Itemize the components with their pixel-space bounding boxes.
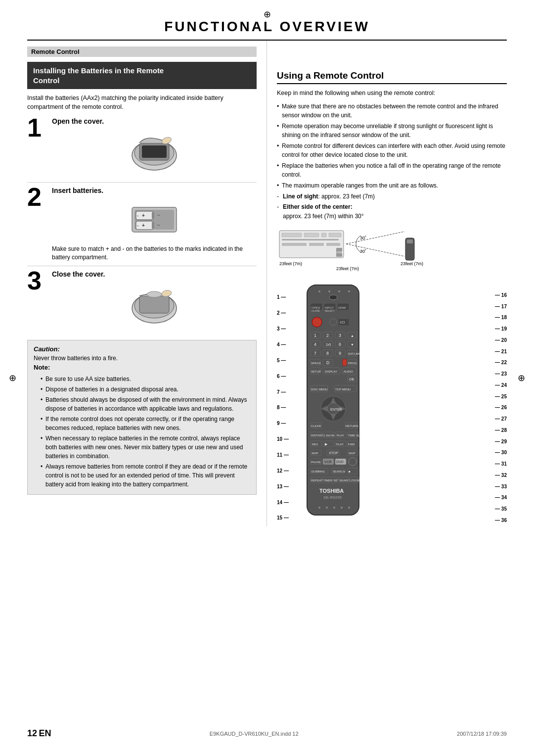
right-col-top: Using a Remote Control Keep in mind the …: [277, 70, 507, 526]
installing-heading: Installing the Batteries in the Remote C…: [27, 62, 257, 89]
svg-rect-27: [329, 233, 341, 237]
svg-point-143: [349, 458, 356, 466]
svg-line-37: [346, 244, 404, 256]
svg-text:DISC MENU: DISC MENU: [311, 388, 328, 391]
note-list: Be sure to use AA size batteries. Dispos…: [34, 375, 250, 489]
left-column: Remote Control Installing the Batteries …: [27, 41, 267, 526]
caution-text: Never throw batteries into a fire.: [34, 354, 250, 363]
svg-text:INSTANT: INSTANT: [311, 434, 324, 437]
step-3-content: Close the cover.: [52, 270, 257, 331]
svg-text:~: ~: [157, 222, 160, 229]
svg-point-58: [330, 319, 337, 326]
page-number: 12: [27, 728, 37, 738]
svg-text:ENTER: ENTER: [330, 408, 342, 411]
rc-diagram-wrapper: 1 — 2 — 3 — 4 — 5 — 6 — 7 — 8 — 9 — 10 —…: [277, 283, 507, 526]
svg-text:-: -: [137, 223, 138, 228]
svg-text:I/O: I/O: [340, 320, 345, 325]
svg-rect-97: [343, 359, 347, 366]
svg-text:~: ~: [157, 212, 160, 219]
step-1-number: 1: [27, 115, 47, 141]
svg-point-46: [338, 290, 340, 292]
angle-text: approx. 23 feet (7m) within 30°: [283, 213, 507, 220]
svg-text:VCR: VCR: [324, 460, 332, 464]
step-2-title: Insert batteries.: [52, 187, 257, 194]
using-intro: Keep in mind the following when using th…: [277, 89, 507, 98]
step-3-image: [122, 281, 186, 328]
caution-box: Caution: Never throw batteries into a fi…: [27, 340, 257, 495]
svg-text:+: +: [142, 223, 145, 228]
svg-text:SAT.LNK: SAT.LNK: [348, 352, 360, 355]
svg-text:SELECT: SELECT: [325, 309, 334, 312]
rc-label-r20: — 20: [495, 338, 507, 343]
rc-label-l12: 12 —: [277, 469, 289, 473]
svg-rect-3: [142, 145, 167, 158]
bullet-5: The maximum operable ranges from the uni…: [277, 181, 507, 190]
svg-text:SE-R0295: SE-R0295: [323, 495, 342, 500]
svg-text:RETURN: RETURN: [346, 425, 358, 427]
svg-text:2: 2: [326, 333, 329, 338]
rc-labels-left: 1 — 2 — 3 — 4 — 5 — 6 — 7 — 8 — 9 — 10 —…: [277, 283, 290, 526]
note-item-4: If the remote control does not operate c…: [41, 415, 250, 432]
rc-label-l15: 15 —: [277, 516, 289, 520]
note-item-6: Always remove batteries from remote cont…: [41, 462, 250, 489]
rc-label-r28: — 28: [495, 428, 507, 433]
rc-label-l2: 2 —: [277, 311, 289, 316]
rc-label-r26: — 26: [495, 405, 507, 410]
bullet-3: Remote control for different devices can…: [277, 142, 507, 159]
rc-label-l10: 10 —: [277, 437, 289, 442]
rc-label-l7: 7 —: [277, 390, 289, 395]
step-2-image: + - + - ~ ~: [122, 197, 186, 242]
svg-point-161: [326, 507, 328, 509]
step-2-note: Make sure to match + and - on the batter…: [52, 245, 257, 262]
svg-rect-30: [309, 243, 324, 246]
step-1-content: Open the cover.: [52, 117, 257, 178]
rc-label-l11: 11 —: [277, 453, 289, 458]
rc-label-l5: 5 —: [277, 358, 289, 363]
rc-label-r33: — 33: [495, 484, 507, 489]
page-title-bar: FUNCTIONAL OVERVIEW: [27, 0, 507, 41]
page-suffix: EN: [39, 728, 51, 738]
step-1-title: Open the cover.: [52, 117, 257, 125]
svg-rect-28: [282, 239, 339, 240]
svg-text:REV: REV: [312, 443, 318, 446]
svg-text:SKIP: SKIP: [349, 452, 356, 455]
svg-text:+: +: [142, 213, 145, 218]
svg-text:HDMI: HDMI: [337, 251, 343, 254]
rc-center: OPEN CLOSE INPUT SELECT HDMI I/O: [292, 283, 491, 526]
svg-text:AUDIO: AUDIO: [344, 370, 353, 373]
signal-diagram: HDMI 30˚ 30˚ 23feet (7m): [277, 226, 507, 277]
bullet-2: Remote operation may become unreliable i…: [277, 122, 507, 140]
rc-label-r17: — 17: [495, 304, 507, 309]
svg-text:1.3x0.8x: 1.3x0.8x: [323, 434, 335, 437]
svg-text:23feet (7m): 23feet (7m): [336, 266, 359, 271]
range-item-2: Either side of the center:: [277, 202, 507, 211]
rc-label-r29: — 29: [495, 439, 507, 444]
rc-label-r35: — 35: [495, 507, 507, 512]
svg-text:TOSHIBA: TOSHIBA: [319, 488, 344, 494]
rc-label-r27: — 27: [495, 417, 507, 422]
rc-label-l14: 14 —: [277, 500, 289, 505]
installing-heading-line1: Installing the Batteries in the Remote: [33, 66, 164, 75]
note-title: Note:: [34, 363, 250, 373]
section-label: Remote Control: [27, 47, 257, 57]
svg-text:PLAY: PLAY: [337, 434, 344, 437]
svg-point-48: [329, 295, 337, 300]
svg-text:9: 9: [339, 351, 341, 356]
svg-text:SPACE: SPACE: [311, 362, 321, 365]
rc-label-r19: — 19: [495, 327, 507, 331]
bullet-4: Replace the batteries when you notice a …: [277, 161, 507, 179]
svg-text:SETUP: SETUP: [311, 370, 321, 373]
svg-text:30˚: 30˚: [360, 249, 366, 254]
svg-point-44: [318, 290, 320, 292]
rc-labels-right: — 16 — 17 — 18 — 19 — 20 — 21 — 22 — 23 …: [493, 283, 507, 526]
svg-text:TIMER SET: TIMER SET: [323, 479, 339, 482]
range-list: Line of sight: approx. 23 feet (7m) Eith…: [277, 192, 507, 211]
svg-text:TIME SLIP: TIME SLIP: [348, 434, 362, 437]
range-item-1: Line of sight: approx. 23 feet (7m): [277, 192, 507, 201]
note-item-3: Batteries should always be disposed of w…: [41, 395, 250, 413]
reg-mark-right: ⊕: [518, 373, 525, 383]
rc-label-r16: — 16: [495, 293, 507, 298]
svg-rect-26: [321, 233, 326, 237]
svg-text:3: 3: [339, 333, 341, 338]
svg-rect-25: [304, 233, 319, 237]
